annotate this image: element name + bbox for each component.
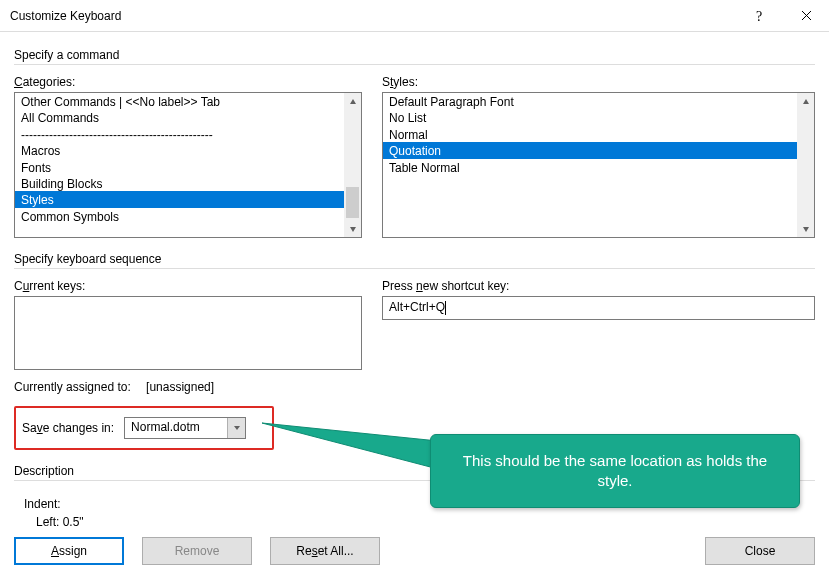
assign-button[interactable]: Assign — [14, 537, 124, 565]
svg-marker-6 — [262, 423, 438, 469]
callout-text: This should be the same location as hold… — [447, 451, 783, 491]
list-item[interactable]: Default Paragraph Font — [383, 93, 797, 109]
list-item[interactable]: Macros — [15, 142, 344, 158]
callout-arrow — [258, 419, 438, 479]
list-item[interactable]: Table Normal — [383, 159, 797, 175]
svg-marker-5 — [234, 426, 240, 430]
scroll-up-button[interactable] — [344, 93, 361, 110]
title-bar: Customize Keyboard ? — [0, 0, 829, 32]
scroll-up-button[interactable] — [797, 93, 814, 110]
window-title: Customize Keyboard — [10, 9, 737, 23]
svg-marker-1 — [350, 99, 356, 104]
svg-marker-3 — [803, 99, 809, 104]
close-button[interactable]: Close — [705, 537, 815, 565]
scroll-thumb[interactable] — [346, 187, 359, 218]
scroll-thumb — [799, 110, 812, 220]
divider — [14, 268, 815, 269]
categories-listbox[interactable]: Other Commands | <<No label>> TabAll Com… — [14, 92, 362, 238]
scroll-down-button[interactable] — [344, 220, 361, 237]
scroll-down-button[interactable] — [797, 220, 814, 237]
specify-command-header: Specify a command — [14, 48, 815, 62]
close-window-button[interactable] — [783, 0, 829, 32]
text-cursor — [445, 301, 446, 315]
categories-label: Categories: — [14, 75, 362, 89]
list-item[interactable]: Quotation — [383, 142, 797, 158]
styles-label: Styles: — [382, 75, 815, 89]
svg-marker-2 — [350, 227, 356, 232]
scrollbar[interactable] — [797, 93, 814, 237]
indent-left-value: Left: 0.5" — [24, 513, 815, 531]
styles-listbox[interactable]: Default Paragraph FontNo ListNormalQuota… — [382, 92, 815, 238]
annotation-callout: This should be the same location as hold… — [430, 434, 800, 508]
list-item[interactable]: No List — [383, 109, 797, 125]
remove-button[interactable]: Remove — [142, 537, 252, 565]
save-changes-combo[interactable]: Normal.dotm — [124, 417, 246, 439]
chevron-down-icon — [233, 424, 241, 432]
divider — [14, 64, 815, 65]
scrollbar[interactable] — [344, 93, 361, 237]
svg-marker-4 — [803, 227, 809, 232]
currently-assigned-value: [unassigned] — [146, 380, 214, 394]
help-icon: ? — [755, 9, 765, 23]
list-item[interactable]: Fonts — [15, 159, 344, 175]
svg-text:?: ? — [756, 9, 762, 23]
currently-assigned-label: Currently assigned to: — [14, 380, 131, 394]
list-item[interactable]: Common Symbols — [15, 208, 344, 224]
new-shortcut-input[interactable]: Alt+Ctrl+Q — [382, 296, 815, 320]
current-keys-label: Current keys: — [14, 279, 362, 293]
list-item[interactable]: Building Blocks — [15, 175, 344, 191]
list-item[interactable]: Normal — [383, 126, 797, 142]
specify-sequence-header: Specify keyboard sequence — [14, 252, 815, 266]
list-item[interactable]: Other Commands | <<No label>> Tab — [15, 93, 344, 109]
new-shortcut-value: Alt+Ctrl+Q — [389, 300, 445, 314]
list-item[interactable]: All Commands — [15, 109, 344, 125]
close-icon — [801, 10, 812, 21]
save-changes-label: Save changes in: — [22, 421, 114, 435]
list-item[interactable]: Styles — [15, 191, 344, 207]
dialog-button-row: Assign Remove Reset All... Close — [14, 537, 815, 565]
save-changes-highlight: Save changes in: Normal.dotm — [14, 406, 274, 450]
help-button[interactable]: ? — [737, 0, 783, 32]
press-new-label: Press new shortcut key: — [382, 279, 815, 293]
combo-arrow[interactable] — [227, 418, 245, 438]
current-keys-listbox[interactable] — [14, 296, 362, 370]
list-item[interactable]: ----------------------------------------… — [15, 126, 344, 142]
save-changes-value: Normal.dotm — [125, 418, 227, 438]
reset-all-button[interactable]: Reset All... — [270, 537, 380, 565]
